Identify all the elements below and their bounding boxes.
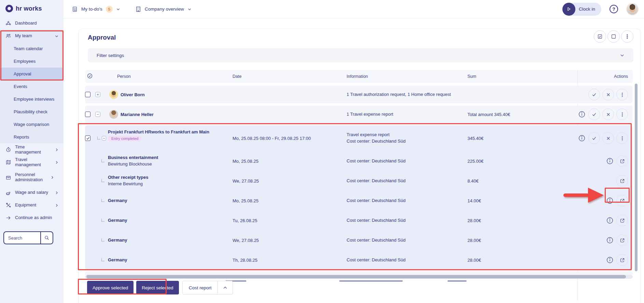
- info-button[interactable]: [606, 197, 614, 205]
- sidebar-item-events[interactable]: Events: [0, 80, 64, 93]
- col-header-information[interactable]: Information: [347, 74, 368, 79]
- table-row-project[interactable]: − Projekt Frankfurt HRworks to Frankfurt…: [85, 125, 633, 151]
- table-row-other-receipt-types[interactable]: Other receipt typesInterne Bewirtung We,…: [85, 171, 633, 191]
- open-receipt-button[interactable]: [616, 195, 628, 206]
- sidebar-item-plausibility-check[interactable]: Plausibility check: [0, 105, 64, 118]
- reject-button[interactable]: [602, 109, 614, 120]
- external-link-icon: [620, 218, 625, 223]
- collapse-toggle[interactable]: −: [102, 136, 106, 141]
- sidebar-item-employee-interviews[interactable]: Employee interviews: [0, 93, 64, 105]
- external-link-icon: [620, 238, 625, 243]
- search-button[interactable]: [40, 232, 53, 244]
- open-receipt-button[interactable]: [616, 175, 628, 187]
- info-button[interactable]: [578, 134, 586, 142]
- info-button[interactable]: [606, 236, 614, 244]
- help-button[interactable]: ?: [610, 5, 618, 13]
- row-checkbox[interactable]: [85, 135, 90, 141]
- sidebar-item-my-team[interactable]: My team: [0, 30, 64, 42]
- open-receipt-button[interactable]: [616, 215, 628, 226]
- vertical-scrollbar[interactable]: [635, 84, 638, 271]
- row-checkbox[interactable]: [85, 92, 90, 97]
- search-input[interactable]: [4, 232, 40, 244]
- deselect-all-button[interactable]: [607, 30, 620, 43]
- filter-settings-bar[interactable]: Filter settings: [88, 48, 633, 62]
- table-row-oliver-born[interactable]: + Oliver Born 1 Travel authorization req…: [85, 86, 633, 103]
- chevron-right-icon: [55, 191, 59, 195]
- sidebar-item-team-calendar[interactable]: Team calendar: [0, 42, 64, 55]
- row-checkbox[interactable]: [85, 112, 90, 117]
- row-actions: [606, 254, 628, 266]
- approve-button[interactable]: [588, 132, 600, 144]
- kebab-menu-icon: [625, 34, 630, 39]
- check-icon: [591, 112, 597, 117]
- expand-toggle[interactable]: +: [95, 92, 100, 97]
- table-row-germany-4[interactable]: Germany Th, 28.08.25 Cost center: Deutsc…: [85, 250, 633, 270]
- reject-selected-button[interactable]: Reject selected: [136, 281, 179, 294]
- app-logo[interactable]: hr works: [0, 0, 64, 16]
- collapse-footer-button[interactable]: [218, 281, 233, 294]
- horizontal-scrollbar-track[interactable]: [85, 275, 633, 279]
- col-header-person[interactable]: Person: [117, 74, 131, 79]
- sidebar-item-reports[interactable]: Reports: [0, 131, 64, 143]
- user-avatar[interactable]: [626, 3, 639, 15]
- row-sum: 28.00€: [467, 238, 481, 243]
- nav-my-todos[interactable]: My to-do's 5: [72, 6, 120, 13]
- info-button[interactable]: [578, 110, 586, 118]
- table-row-germany-1[interactable]: Germany Mo, 25.08.25 Cost center: Deutsc…: [85, 191, 633, 211]
- open-receipt-button[interactable]: [616, 234, 628, 246]
- select-all-button[interactable]: [594, 30, 606, 43]
- sidebar-item-wage-comparison[interactable]: Wage comparison: [0, 118, 64, 131]
- table-header: Person Date Information Sum Actions: [85, 70, 633, 83]
- row-sum: 14.00€: [467, 198, 481, 203]
- chevron-right-icon: [55, 148, 59, 152]
- sidebar-item-dashboard[interactable]: Dashboard: [0, 17, 64, 30]
- col-header-sum[interactable]: Sum: [467, 74, 476, 79]
- approve-button[interactable]: [588, 109, 600, 120]
- approve-selected-button[interactable]: Approve selected: [87, 281, 134, 294]
- open-receipt-button[interactable]: [616, 155, 628, 167]
- col-header-date[interactable]: Date: [233, 74, 241, 79]
- sidebar-item-equipment[interactable]: Equipment: [0, 199, 64, 212]
- sidebar-item-continue-as-admin[interactable]: Continue as admin: [0, 212, 64, 224]
- person-name: Marianne Heller: [121, 112, 154, 117]
- row-menu-button[interactable]: [616, 132, 628, 144]
- collapse-toggle[interactable]: −: [95, 112, 100, 117]
- approve-button[interactable]: [588, 89, 600, 100]
- info-icon: [606, 157, 614, 165]
- clock-in-button[interactable]: Clock in: [562, 3, 601, 16]
- nav-company-overview[interactable]: Company overview: [135, 6, 192, 12]
- info-button[interactable]: [606, 216, 614, 225]
- info-button[interactable]: [606, 256, 614, 264]
- table-row-germany-2[interactable]: Germany Tu, 26.08.25 Cost center: Deutsc…: [85, 211, 633, 230]
- cost-report-button[interactable]: Cost report: [182, 281, 218, 294]
- select-all-header-icon[interactable]: [87, 73, 93, 80]
- receipt-title: Germany: [108, 237, 127, 244]
- sidebar-item-personnel-administration[interactable]: Personnel administration: [0, 169, 64, 186]
- table-row-marianne-heller[interactable]: − Marianne Heller 1 Travel expense repor…: [85, 105, 633, 123]
- info-icon: [578, 134, 586, 142]
- receipt-title: Other receipt typesInterne Bewirtung: [108, 174, 149, 187]
- trip-title: Projekt Frankfurt HRworks to Frankfurt a…: [108, 129, 209, 134]
- reject-button[interactable]: [602, 132, 614, 144]
- info-button[interactable]: [606, 157, 614, 165]
- sidebar-item-time-management[interactable]: Time management: [0, 143, 64, 156]
- table-row-germany-3[interactable]: Germany We, 27.08.25 Cost center: Deutsc…: [85, 230, 633, 250]
- kebab-menu-icon: [620, 112, 625, 117]
- open-receipt-button[interactable]: [616, 254, 628, 266]
- sidebar-item-approval[interactable]: Approval: [0, 68, 64, 80]
- row-menu-button[interactable]: [616, 109, 628, 120]
- reject-button[interactable]: [602, 89, 614, 100]
- clipped-text-fragment: [448, 280, 466, 282]
- info-icon: [606, 197, 614, 204]
- horizontal-scrollbar-thumb[interactable]: [86, 275, 626, 278]
- building-icon: [135, 6, 141, 12]
- row-date: Th, 28.08.25: [233, 258, 257, 263]
- search-icon: [44, 235, 50, 241]
- card-menu-button[interactable]: [621, 30, 633, 43]
- table-row-business-entertainment[interactable]: Business entertainmentBewirtung Blockhou…: [85, 151, 633, 171]
- sidebar-item-employees[interactable]: Employees: [0, 55, 64, 68]
- sidebar-item-travel-management[interactable]: Travel management: [0, 156, 64, 169]
- check-icon: [591, 92, 597, 97]
- sidebar-item-wage-and-salary[interactable]: Wage and salary: [0, 186, 64, 199]
- row-menu-button[interactable]: [616, 89, 628, 100]
